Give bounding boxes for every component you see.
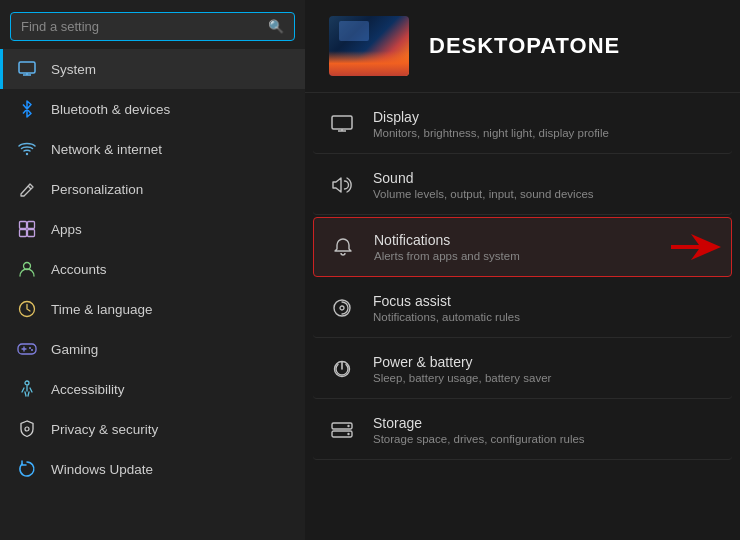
- focus-text: Focus assist Notifications, automatic ru…: [373, 293, 716, 323]
- notifications-desc: Alerts from apps and system: [374, 250, 715, 262]
- bluetooth-icon: [17, 99, 37, 119]
- apps-icon: [17, 219, 37, 239]
- svg-point-16: [25, 427, 29, 431]
- focus-title: Focus assist: [373, 293, 716, 309]
- sidebar-label-windows-update: Windows Update: [51, 462, 153, 477]
- svg-point-27: [347, 425, 349, 427]
- svg-rect-4: [20, 222, 27, 229]
- sidebar: 🔍 System Bluetooth & devices: [0, 0, 305, 540]
- settings-item-focus[interactable]: Focus assist Notifications, automatic ru…: [313, 279, 732, 338]
- red-arrow-annotation: [671, 232, 721, 262]
- sound-text: Sound Volume levels, output, input, soun…: [373, 170, 716, 200]
- power-text: Power & battery Sleep, battery usage, ba…: [373, 354, 716, 384]
- sidebar-item-privacy[interactable]: Privacy & security: [0, 409, 305, 449]
- accounts-icon: [17, 259, 37, 279]
- svg-point-3: [26, 153, 28, 155]
- time-icon: [17, 299, 37, 319]
- sidebar-item-apps[interactable]: Apps: [0, 209, 305, 249]
- sound-icon: [329, 172, 355, 198]
- sidebar-item-accessibility[interactable]: Accessibility: [0, 369, 305, 409]
- search-box[interactable]: 🔍: [10, 12, 295, 41]
- storage-desc: Storage space, drives, configuration rul…: [373, 433, 716, 445]
- svg-rect-7: [28, 230, 35, 237]
- sidebar-label-system: System: [51, 62, 96, 77]
- system-icon: [17, 59, 37, 79]
- power-desc: Sleep, battery usage, battery saver: [373, 372, 716, 384]
- sidebar-label-apps: Apps: [51, 222, 82, 237]
- profile-image: [329, 16, 409, 76]
- personalization-icon: [17, 179, 37, 199]
- display-icon: [329, 111, 355, 137]
- svg-point-15: [25, 381, 29, 385]
- svg-rect-17: [332, 116, 352, 129]
- sidebar-item-personalization[interactable]: Personalization: [0, 169, 305, 209]
- sidebar-label-privacy: Privacy & security: [51, 422, 158, 437]
- svg-rect-10: [18, 344, 36, 354]
- svg-rect-5: [28, 222, 35, 229]
- storage-title: Storage: [373, 415, 716, 431]
- profile-header: DESKTOPATONE: [305, 0, 740, 93]
- svg-point-28: [347, 433, 349, 435]
- power-icon: [329, 356, 355, 382]
- sidebar-item-gaming[interactable]: Gaming: [0, 329, 305, 369]
- focus-desc: Notifications, automatic rules: [373, 311, 716, 323]
- search-input[interactable]: [21, 19, 260, 34]
- svg-rect-0: [19, 62, 35, 73]
- settings-item-display[interactable]: Display Monitors, brightness, night ligh…: [313, 95, 732, 154]
- sidebar-item-bluetooth[interactable]: Bluetooth & devices: [0, 89, 305, 129]
- display-desc: Monitors, brightness, night light, displ…: [373, 127, 716, 139]
- bell-icon: [330, 234, 356, 260]
- profile-name: DESKTOPATONE: [429, 33, 620, 59]
- display-title: Display: [373, 109, 716, 125]
- sidebar-label-accounts: Accounts: [51, 262, 107, 277]
- search-container: 🔍: [0, 0, 305, 49]
- notifications-title: Notifications: [374, 232, 715, 248]
- main-content: DESKTOPATONE Display Monitors, brightnes…: [305, 0, 740, 540]
- svg-point-22: [340, 306, 344, 310]
- sidebar-item-network[interactable]: Network & internet: [0, 129, 305, 169]
- sound-desc: Volume levels, output, input, sound devi…: [373, 188, 716, 200]
- gaming-icon: [17, 339, 37, 359]
- storage-text: Storage Storage space, drives, configura…: [373, 415, 716, 445]
- svg-point-13: [29, 347, 31, 349]
- settings-item-storage[interactable]: Storage Storage space, drives, configura…: [313, 401, 732, 460]
- sidebar-item-accounts[interactable]: Accounts: [0, 249, 305, 289]
- sidebar-label-personalization: Personalization: [51, 182, 143, 197]
- power-title: Power & battery: [373, 354, 716, 370]
- storage-icon: [329, 417, 355, 443]
- search-icon: 🔍: [268, 19, 284, 34]
- sidebar-label-bluetooth: Bluetooth & devices: [51, 102, 170, 117]
- display-text: Display Monitors, brightness, night ligh…: [373, 109, 716, 139]
- settings-item-sound[interactable]: Sound Volume levels, output, input, soun…: [313, 156, 732, 215]
- network-icon: [17, 139, 37, 159]
- notifications-text: Notifications Alerts from apps and syste…: [374, 232, 715, 262]
- sidebar-label-network: Network & internet: [51, 142, 162, 157]
- sidebar-label-accessibility: Accessibility: [51, 382, 125, 397]
- sidebar-item-system[interactable]: System: [0, 49, 305, 89]
- svg-point-14: [31, 349, 33, 351]
- accessibility-icon: [17, 379, 37, 399]
- svg-marker-20: [671, 234, 721, 260]
- sound-title: Sound: [373, 170, 716, 186]
- windows-update-icon: [17, 459, 37, 479]
- privacy-icon: [17, 419, 37, 439]
- svg-rect-6: [20, 230, 27, 237]
- settings-item-notifications[interactable]: Notifications Alerts from apps and syste…: [313, 217, 732, 277]
- focus-icon: [329, 295, 355, 321]
- settings-list: Display Monitors, brightness, night ligh…: [305, 93, 740, 540]
- sidebar-item-windows-update[interactable]: Windows Update: [0, 449, 305, 489]
- sidebar-item-time[interactable]: Time & language: [0, 289, 305, 329]
- sidebar-label-gaming: Gaming: [51, 342, 98, 357]
- nav-list: System Bluetooth & devices Network & int…: [0, 49, 305, 540]
- settings-item-power[interactable]: Power & battery Sleep, battery usage, ba…: [313, 340, 732, 399]
- sidebar-label-time: Time & language: [51, 302, 153, 317]
